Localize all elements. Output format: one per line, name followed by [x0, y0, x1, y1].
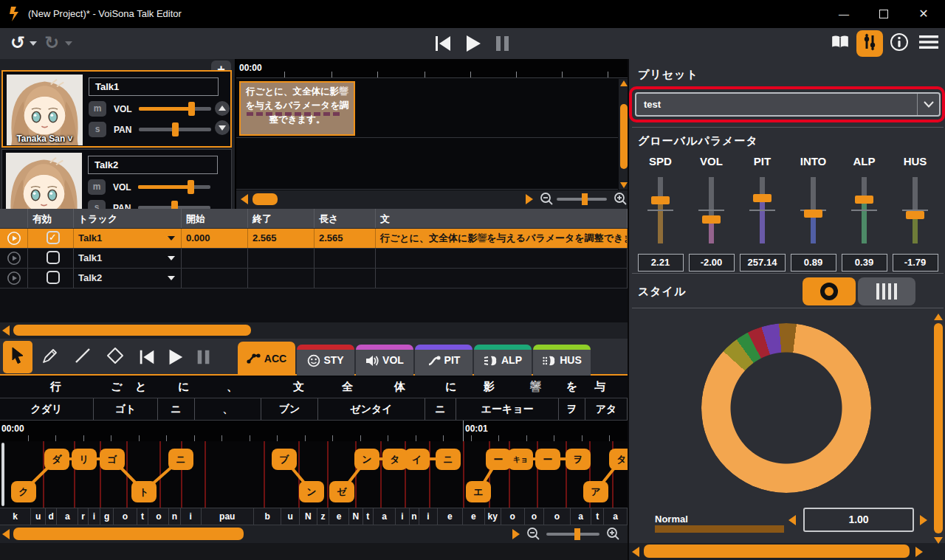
character-avatar[interactable]: Tanaka San ˅	[6, 153, 82, 209]
volume-slider[interactable]	[139, 107, 211, 111]
phoneme-cell[interactable]: e	[463, 508, 485, 525]
param-value-box[interactable]: -2.00	[689, 254, 735, 272]
scroll-right-arrow[interactable]	[526, 194, 533, 204]
row-enabled-checkbox[interactable]: ✓	[28, 229, 74, 248]
phoneme-cell[interactable]: i	[419, 508, 438, 525]
row-play-button[interactable]	[0, 269, 28, 288]
accent-node[interactable]: ニ	[168, 449, 193, 470]
close-button[interactable]: ✕	[913, 6, 935, 22]
scrollbar-thumb[interactable]	[13, 325, 251, 336]
accent-node[interactable]: タ	[382, 449, 408, 470]
table-row[interactable]: ✓Talk10.0002.5652.565行ごとに、文全体に影響を与えるパラメー…	[0, 229, 628, 249]
style-value-bar[interactable]	[655, 525, 784, 533]
row-sentence-text[interactable]	[376, 269, 628, 288]
accent-node[interactable]: ー	[486, 449, 511, 470]
zoom-slider-handle[interactable]	[582, 193, 588, 205]
scroll-left-arrow[interactable]	[2, 325, 10, 336]
style-donut-chart[interactable]	[701, 323, 871, 493]
character-avatar[interactable]: Tanaka San ˅	[7, 75, 83, 145]
solo-button[interactable]: s	[89, 122, 106, 137]
redo-button[interactable]: ↻	[40, 31, 63, 55]
reading-cell[interactable]: クダリ	[0, 398, 94, 420]
phoneme-cell[interactable]: t	[137, 508, 148, 525]
row-play-button[interactable]	[0, 229, 28, 248]
scroll-down-arrow[interactable]	[934, 537, 943, 544]
track-name-input[interactable]: Talk2	[88, 156, 218, 174]
accent-node[interactable]: エ	[466, 481, 491, 502]
play-button[interactable]	[462, 33, 483, 54]
redo-dropdown-caret[interactable]	[65, 41, 72, 46]
scroll-down-arrow[interactable]	[620, 182, 628, 188]
slider-handle[interactable]	[906, 211, 924, 219]
eraser-tool-button[interactable]	[100, 341, 130, 373]
style-decrease-arrow[interactable]	[788, 515, 796, 525]
track-move-down-button[interactable]	[215, 120, 230, 135]
zoom-out-icon[interactable]	[526, 526, 540, 544]
phoneme-cell[interactable]: pau	[202, 508, 254, 525]
reading-cell[interactable]: エーキョー	[456, 398, 559, 420]
volume-slider[interactable]	[138, 185, 210, 189]
reading-cell[interactable]: アタ	[585, 398, 628, 420]
editor-play-button[interactable]	[165, 348, 185, 370]
phoneme-cell[interactable]: t	[363, 508, 374, 525]
tab-acc[interactable]: ACC	[238, 342, 295, 376]
phoneme-cell[interactable]: a	[571, 508, 592, 525]
track-card-talk2[interactable]: Tanaka San ˅ Talk2 m VOL s PAN	[1, 149, 232, 209]
editor-time-ruler[interactable]: 00:0000:01	[0, 421, 628, 441]
timeline-lane-1[interactable]: 行ごとに、文全体に影響を与えるパラメータを調整できます。	[236, 79, 618, 138]
phoneme-cell[interactable]: k	[0, 508, 31, 525]
style-scrollbar-thumb[interactable]	[934, 323, 943, 533]
param-value-box[interactable]: 0.39	[842, 254, 887, 272]
voice-selector[interactable]: Tanaka San ˅	[7, 134, 83, 144]
slider-handle[interactable]	[702, 215, 721, 224]
info-button[interactable]	[886, 30, 913, 57]
accent-node[interactable]: ブ	[272, 449, 297, 470]
timeline-lane-2[interactable]	[236, 139, 618, 190]
dictionary-button[interactable]	[827, 30, 853, 57]
phoneme-cell[interactable]: i	[89, 508, 101, 525]
zoom-slider-handle[interactable]	[574, 528, 580, 540]
scroll-right-arrow[interactable]	[915, 547, 923, 557]
editor-skip-start-button[interactable]	[137, 348, 157, 370]
reading-cell[interactable]: 、	[195, 398, 261, 420]
phoneme-cell[interactable]: b	[254, 508, 281, 525]
table-row[interactable]: Talk1	[0, 249, 628, 269]
param-slider[interactable]	[839, 177, 890, 243]
style-bars-view-button[interactable]	[858, 277, 915, 305]
accent-node[interactable]: タ	[609, 449, 628, 470]
phoneme-cell[interactable]: e	[438, 508, 463, 525]
editor-pause-button[interactable]	[195, 348, 213, 370]
slider-handle[interactable]	[804, 210, 822, 218]
preset-dropdown[interactable]: test	[635, 92, 941, 117]
scroll-up-arrow[interactable]	[620, 80, 628, 86]
reading-cell[interactable]: ニ	[158, 398, 195, 420]
reading-cell[interactable]: ヲ	[559, 398, 585, 420]
scrollbar-thumb[interactable]	[13, 528, 244, 540]
phoneme-cell[interactable]: i	[181, 508, 202, 525]
param-value-box[interactable]: 0.89	[791, 254, 836, 272]
solo-button[interactable]: s	[88, 200, 106, 209]
accent-node[interactable]: リ	[72, 449, 97, 470]
track-card-talk1[interactable]: Tanaka San ˅ Talk1 m VOL s PAN	[1, 70, 232, 148]
phoneme-cell[interactable]: N	[300, 508, 317, 525]
phoneme-cell[interactable]: N	[349, 508, 363, 525]
phoneme-cell[interactable]: e	[329, 508, 349, 525]
phoneme-cell[interactable]: g	[100, 508, 114, 525]
accent-node[interactable]: ー	[535, 449, 560, 470]
zoom-slider[interactable]	[557, 198, 607, 201]
track-move-up-button[interactable]	[215, 101, 230, 116]
slider-handle[interactable]	[753, 194, 772, 202]
phoneme-cell[interactable]: a	[57, 508, 78, 525]
scroll-left-arrow[interactable]	[241, 194, 248, 204]
style-increase-arrow[interactable]	[920, 515, 927, 525]
phoneme-cell[interactable]: i	[396, 508, 410, 525]
param-slider[interactable]	[635, 177, 686, 243]
styles-horizontal-scrollbar[interactable]	[629, 543, 945, 560]
pause-button[interactable]	[493, 33, 512, 54]
select-tool-button[interactable]	[3, 341, 32, 373]
speech-clip[interactable]: 行ごとに、文全体に影響を与えるパラメータを調整できます。	[239, 81, 355, 136]
zoom-in-icon[interactable]	[605, 526, 620, 544]
accent-editor[interactable]: クダリゴトニブンゼンタイニエーキョーヲアタ	[0, 441, 628, 508]
menu-button[interactable]	[915, 30, 942, 57]
phoneme-cell[interactable]: a	[374, 508, 396, 525]
